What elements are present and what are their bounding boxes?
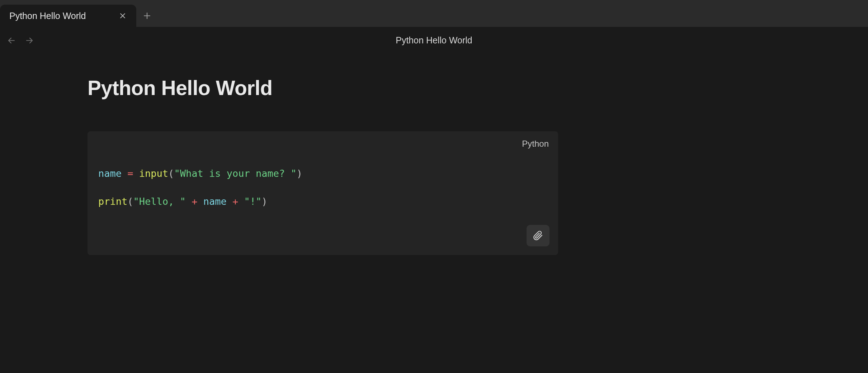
code-token: )	[297, 168, 302, 179]
code-token: print	[98, 196, 127, 207]
new-tab-button[interactable]	[136, 5, 158, 27]
app-window: Python Hello World Python Hello World Py…	[0, 0, 868, 373]
code-token: "What is your name? "	[174, 168, 296, 179]
code-token: "!"	[244, 196, 261, 207]
toolbar: Python Hello World	[0, 27, 868, 54]
code-token: )	[261, 196, 267, 207]
code-token: =	[127, 168, 133, 179]
code-token: "Hello, "	[133, 196, 186, 207]
code-token: +	[232, 196, 238, 207]
arrow-left-icon	[7, 36, 16, 45]
code-token: name	[203, 196, 227, 207]
code-token: +	[192, 196, 197, 207]
nav-back-button[interactable]	[4, 33, 19, 48]
tab-strip: Python Hello World	[0, 0, 868, 27]
page-title[interactable]: Python Hello World	[88, 76, 558, 100]
paperclip-icon	[533, 231, 543, 241]
arrow-right-icon	[25, 36, 34, 45]
tab-title: Python Hello World	[9, 11, 116, 21]
plus-icon	[143, 11, 151, 20]
code-token: input	[139, 168, 168, 179]
content-area: Python Hello World Pythonname = input("W…	[0, 54, 868, 373]
close-icon	[119, 12, 126, 19]
document-title: Python Hello World	[396, 35, 472, 46]
code-token: (	[127, 196, 133, 207]
code-language-badge: Python	[522, 138, 549, 150]
document-body: Python Hello World Pythonname = input("W…	[88, 54, 558, 255]
attachment-button[interactable]	[527, 225, 549, 246]
code-token: name	[98, 168, 122, 179]
close-tab-button[interactable]	[116, 9, 129, 22]
nav-forward-button[interactable]	[22, 33, 37, 48]
code-token: (	[168, 168, 174, 179]
code-block[interactable]: Pythonname = input("What is your name? "…	[88, 131, 558, 255]
tab-active[interactable]: Python Hello World	[0, 5, 136, 27]
